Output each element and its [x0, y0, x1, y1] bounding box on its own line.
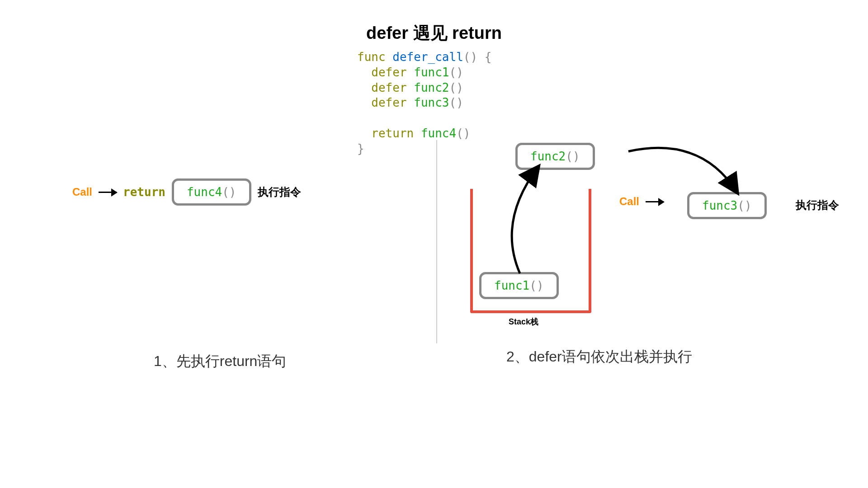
func4-box: func4()	[172, 178, 251, 206]
stack-label: Stack栈	[509, 316, 538, 327]
call-label-left: Call	[72, 186, 92, 198]
code-return: return	[371, 127, 414, 140]
code-open: () {	[463, 50, 492, 64]
caption-left: 1、先执行return语句	[154, 352, 286, 371]
exec-label-right: 执行指令	[796, 198, 839, 212]
right-call-group: Call	[619, 195, 664, 208]
code-block: func defer_call() { defer func1() defer …	[357, 50, 491, 157]
code-func-kw: func	[357, 50, 386, 64]
code-close: }	[357, 142, 364, 155]
diagram-title: defer 遇见 return	[366, 22, 502, 45]
func1-box: func1()	[479, 272, 559, 299]
code-defer1: defer	[371, 66, 406, 79]
return-label: return	[123, 185, 165, 199]
func3-box: func3()	[687, 192, 767, 219]
code-f1: func1	[414, 66, 449, 79]
exec-label-left: 执行指令	[258, 185, 301, 199]
code-func-name: defer_call	[392, 50, 463, 64]
code-f4: func4	[421, 127, 456, 140]
caption-right: 2、defer语句依次出栈并执行	[506, 347, 692, 367]
call-label-right: Call	[619, 195, 639, 208]
vertical-divider	[436, 140, 437, 343]
code-f2: func2	[414, 81, 449, 94]
code-f3: func3	[414, 96, 449, 109]
left-flow: Call return func4() 执行指令	[72, 178, 301, 206]
func2-box: func2()	[515, 143, 595, 170]
arrow-icon	[99, 192, 117, 193]
code-defer2: defer	[371, 81, 406, 94]
code-defer3: defer	[371, 96, 406, 109]
arrow-icon	[646, 201, 664, 202]
